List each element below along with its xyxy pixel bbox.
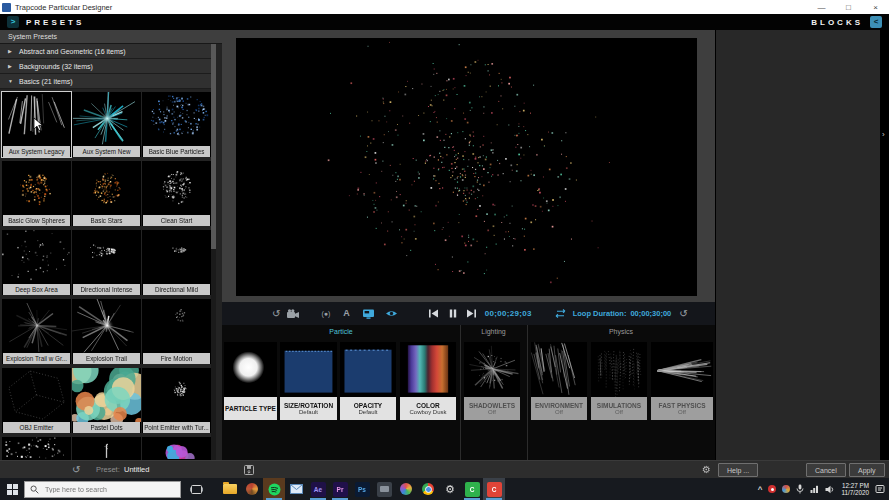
spotify-button[interactable] <box>263 478 285 500</box>
volume-tray-icon[interactable] <box>825 485 835 494</box>
preview-viewport[interactable] <box>236 38 697 296</box>
block-size-rotation[interactable]: SIZE/ROTATIONDefault <box>280 342 337 420</box>
presets-scrollbar[interactable] <box>211 44 216 460</box>
start-button[interactable] <box>0 478 24 500</box>
pinwheel-app-button[interactable] <box>395 478 417 500</box>
notification-center-icon[interactable] <box>875 484 885 494</box>
pause-icon[interactable] <box>449 309 457 318</box>
scrollbar-thumb[interactable] <box>211 44 216 249</box>
preset-clean-start[interactable]: Clean Start <box>142 161 211 226</box>
loop-duration-value[interactable]: 00;00;30;00 <box>630 309 671 318</box>
reset-preset-icon[interactable]: ↺ <box>72 461 80 478</box>
photoshop-icon: Ps <box>355 482 370 497</box>
preset-field-value[interactable]: Untitled <box>124 461 149 478</box>
blocks-collapse-icon[interactable]: < <box>870 16 882 28</box>
block-name: SHADOWLETS <box>469 402 515 409</box>
block-particle-type[interactable]: PARTICLE TYPE <box>224 342 277 420</box>
camtasia-button[interactable]: C <box>461 478 483 500</box>
text-overlay-icon[interactable]: A <box>343 309 350 318</box>
preset-thumbnail <box>72 161 141 215</box>
photoshop-button[interactable]: Ps <box>351 478 373 500</box>
taskbar-clock[interactable]: 12:27 PM 11/7/2020 <box>841 482 869 497</box>
block-name: ENVIRONMENT <box>535 402 583 409</box>
block-simulations[interactable]: SIMULATIONSOff <box>591 342 647 420</box>
block-opacity[interactable]: OPACITYDefault <box>340 342 396 420</box>
preset-item-partial[interactable] <box>72 437 141 460</box>
preset-item-partial[interactable] <box>142 437 211 460</box>
settings-gear-icon[interactable]: ⚙ <box>702 461 711 478</box>
motion-blur-icon[interactable]: (●) <box>321 310 330 317</box>
premiere-button[interactable]: Pr <box>329 478 351 500</box>
camtasia-recorder-button[interactable]: C <box>483 478 505 500</box>
preset-name: Point Emitter with Tur... <box>143 422 210 433</box>
reset-view-icon[interactable]: ↺ <box>272 309 280 319</box>
category-abstract-geometric[interactable]: ▶ Abstract and Geometric (16 items) <box>0 44 211 59</box>
preset-explosion-trail-w-gr[interactable]: Explosion Trail w Gr... <box>2 299 71 364</box>
block-color[interactable]: COLORCowboy Dusk <box>400 342 456 420</box>
close-button[interactable]: × <box>862 0 889 14</box>
game-app-button[interactable] <box>241 478 263 500</box>
minimize-button[interactable]: — <box>808 0 835 14</box>
save-preset-icon[interactable] <box>244 461 254 478</box>
apply-button[interactable]: Apply <box>849 463 885 477</box>
pinwheel-icon <box>400 483 412 495</box>
search-input[interactable] <box>43 485 167 494</box>
preset-name: Basic Glow Spheres <box>3 215 70 226</box>
screen-capture-button[interactable] <box>373 478 395 500</box>
category-label: Backgrounds (32 items) <box>19 63 93 70</box>
section-lighting: Lighting <box>460 328 527 335</box>
settings-button[interactable]: ⚙ <box>439 478 461 500</box>
preview-frame <box>222 30 715 302</box>
preset-name: Basic Blue Particles <box>143 146 210 157</box>
preset-basic-stars[interactable]: Basic Stars <box>72 161 141 226</box>
preset-deep-box-area[interactable]: Deep Box Area <box>2 230 71 295</box>
preset-thumbnail <box>142 92 211 146</box>
preset-directional-intense[interactable]: Directional Intense <box>72 230 141 295</box>
camera-icon[interactable] <box>287 309 299 319</box>
next-frame-icon[interactable] <box>466 309 477 318</box>
preset-aux-system-new[interactable]: Aux System New <box>72 92 141 157</box>
monitor-icon[interactable] <box>362 309 375 319</box>
tray-expand-icon[interactable]: ^ <box>758 485 763 494</box>
loop-icon[interactable] <box>554 309 567 318</box>
task-view-button[interactable] <box>185 478 207 500</box>
block-environment[interactable]: ENVIRONMENTOff <box>531 342 587 420</box>
category-label: Abstract and Geometric (16 items) <box>19 48 126 55</box>
block-name: SIZE/ROTATION <box>284 402 333 409</box>
preset-explosion-trail[interactable]: Explosion Trail <box>72 299 141 364</box>
block-thumbnail <box>340 342 396 397</box>
category-basics[interactable]: ▼ Basics (21 items) <box>0 74 211 89</box>
preset-point-emitter-turbulence[interactable]: Point Emitter with Tur... <box>142 368 211 433</box>
security-tray-icon[interactable] <box>782 485 790 493</box>
reset-loop-icon[interactable]: ↺ <box>679 309 687 319</box>
network-tray-icon[interactable] <box>810 485 819 493</box>
block-shadowlets[interactable]: SHADOWLETSOff <box>464 342 520 420</box>
chrome-button[interactable] <box>417 478 439 500</box>
preset-pastel-dots[interactable]: Pastel Dots <box>72 368 141 433</box>
screen-capture-icon <box>377 482 392 497</box>
cancel-button[interactable]: Cancel <box>806 463 846 477</box>
preset-obj-emitter[interactable]: OBJ Emitter <box>2 368 71 433</box>
preset-fire-motion[interactable]: Fire Motion <box>142 299 211 364</box>
help-button[interactable]: Help ... <box>718 463 758 477</box>
category-backgrounds[interactable]: ▶ Backgrounds (32 items) <box>0 59 211 74</box>
preset-basic-blue-particles[interactable]: Basic Blue Particles <box>142 92 211 157</box>
eye-icon[interactable] <box>385 309 398 318</box>
maximize-button[interactable]: □ <box>835 0 862 14</box>
microphone-tray-icon[interactable] <box>796 484 804 494</box>
preset-directional-mild[interactable]: Directional Mild <box>142 230 211 295</box>
block-fast-physics[interactable]: FAST PHYSICSOff <box>651 342 713 420</box>
preset-thumbnail <box>72 368 141 422</box>
previous-frame-icon[interactable] <box>428 309 439 318</box>
preset-thumbnail <box>72 437 141 459</box>
preset-item-partial[interactable] <box>2 437 71 460</box>
presets-collapse-icon[interactable]: > <box>7 16 19 28</box>
block-variant: Default <box>358 409 377 415</box>
after-effects-button[interactable]: Ae <box>307 478 329 500</box>
file-explorer-button[interactable] <box>219 478 241 500</box>
recording-status-icon[interactable] <box>768 485 776 493</box>
mail-button[interactable] <box>285 478 307 500</box>
edge-expand-icon[interactable]: › <box>882 130 885 139</box>
preset-basic-glow-spheres[interactable]: Basic Glow Spheres <box>2 161 71 226</box>
taskbar-search[interactable] <box>24 481 181 498</box>
